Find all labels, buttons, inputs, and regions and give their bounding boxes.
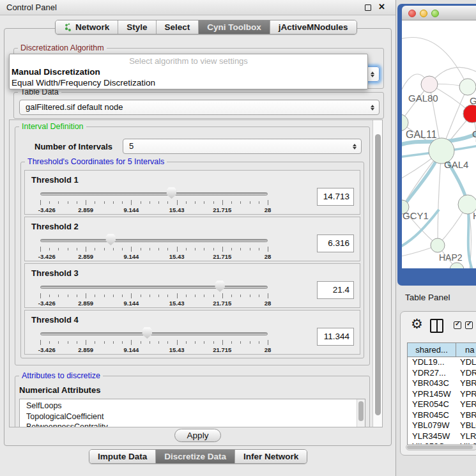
threshold-slider[interactable]: -3.4262.8599.14415.4321.71528: [40, 327, 268, 353]
table-toolbar: ⚙: [401, 312, 476, 340]
threshold-panel: Threshold 3 -3.4262.8599.14415.4321.7152…: [24, 263, 360, 308]
tab-label: Network: [75, 22, 109, 32]
node-label-gal4: GAL4: [444, 159, 468, 170]
network-canvas[interactable]: GAL80GACGAL11GAL4GCY1HHAP2: [402, 20, 476, 268]
table-row[interactable]: YBR043CYBR0: [408, 378, 476, 389]
threshold-label: Threshold 4: [31, 315, 79, 325]
attributes-listbox[interactable]: SelfLoopsTopologicalCoefficientBetweenne…: [19, 399, 365, 427]
slider-handle[interactable]: [166, 187, 176, 199]
attribute-item[interactable]: BetweennessCentrality: [26, 422, 365, 427]
threshold-value-field[interactable]: 6.316: [317, 234, 354, 252]
threshold-value-field[interactable]: 14.713: [317, 188, 354, 206]
mac-minimize-icon[interactable]: [420, 10, 427, 17]
group-title: Threshold's Coordinates for 5 Intervals: [25, 157, 167, 166]
attribute-item[interactable]: SelfLoops: [26, 401, 365, 411]
slider-track[interactable]: [40, 286, 268, 289]
slider-ticks: [40, 200, 268, 206]
settings-scrollbar[interactable]: [372, 120, 382, 427]
tab-label: Cyni Toolbox: [207, 22, 261, 32]
network-edge[interactable]: [438, 151, 441, 245]
popup-option[interactable]: Manual Discretization: [10, 66, 367, 77]
tab-label: Discretize Data: [164, 452, 226, 461]
node-label-gal11: GAL11: [406, 129, 437, 140]
tab-style[interactable]: Style: [118, 20, 156, 34]
slider-ticks: [40, 293, 268, 299]
table-row[interactable]: YDL19...YDL1: [408, 357, 476, 368]
tab-jactivemnodules[interactable]: jActiveMNodules: [270, 20, 357, 34]
algorithm-popup: Select algorithm to view settings Manual…: [9, 54, 368, 89]
tab-label: Infer Network: [243, 452, 298, 461]
panel-title: Control Panel: [6, 3, 57, 12]
bottom-tab-bar: Impute DataDiscretize DataInfer Network: [89, 449, 307, 464]
table-row[interactable]: YBR045CYBR0: [408, 410, 476, 421]
threshold-label: Threshold 3: [31, 268, 79, 278]
split-column-icon[interactable]: [430, 319, 443, 333]
table-row[interactable]: YBL079WYBL0: [408, 420, 476, 431]
table-data-combobox[interactable]: galFiltered.sif default node: [19, 100, 380, 115]
slider-tick-labels: -3.4262.8599.14415.4321.71528: [40, 346, 268, 353]
node-hap2[interactable]: [431, 238, 445, 252]
apply-button[interactable]: Apply: [174, 429, 222, 442]
table-row[interactable]: YDR27...YDR2: [408, 368, 476, 379]
close-icon[interactable]: ✕: [378, 2, 385, 12]
threshold-label: Threshold 2: [31, 222, 79, 231]
checkbox-icon[interactable]: [465, 321, 473, 329]
table-row[interactable]: YPR145WYPR1: [408, 389, 476, 400]
number-of-intervals-combobox[interactable]: 5: [123, 139, 362, 154]
node-label-c: C: [472, 128, 476, 139]
mac-close-icon[interactable]: [408, 10, 416, 17]
popup-option[interactable]: Equal Width/Frequency Discretization: [10, 77, 367, 88]
column-header[interactable]: shared...: [408, 343, 456, 357]
control-panel: Control Panel ✕ NetworkStyleSelectCyni T…: [0, 0, 396, 476]
threshold-panel: Threshold 2 -3.4262.8599.14415.4321.7152…: [24, 217, 360, 261]
gear-icon[interactable]: ⚙: [411, 316, 423, 332]
table-data-value: galFiltered.sif default node: [26, 102, 123, 112]
node-table: shared... na YDL19...YDL1YDR27...YDR2YBR…: [407, 342, 476, 445]
slider-track[interactable]: [40, 239, 268, 242]
column-header[interactable]: na: [456, 343, 476, 357]
table-panel: ⚙ shared... na YDL19...YDL1YDR27...YDR2Y…: [400, 311, 476, 456]
threshold-value-field[interactable]: 21.4: [317, 281, 354, 299]
slider-tick-labels: -3.4262.8599.14415.4321.71528: [40, 206, 268, 213]
slider-tick-labels: -3.4262.8599.14415.4321.71528: [40, 253, 268, 260]
tab-label: jActiveMNodules: [279, 22, 348, 32]
attributes-group: Attributes to discretize Numerical Attri…: [15, 376, 370, 427]
table-row[interactable]: YLR345WYLR3: [408, 431, 476, 442]
tab-infer-network[interactable]: Infer Network: [235, 450, 307, 463]
tab-cyni-toolbox[interactable]: Cyni Toolbox: [199, 20, 270, 34]
slider-handle[interactable]: [215, 280, 225, 292]
slider-track[interactable]: [40, 332, 268, 335]
mac-zoom-icon[interactable]: [431, 10, 439, 17]
stepper-icon: [351, 139, 358, 153]
top-tab-bar: NetworkStyleSelectCyni ToolboxjActiveMNo…: [55, 20, 357, 35]
group-title: Attributes to discretize: [19, 371, 103, 380]
table-horizontal-scrollbar[interactable]: [406, 444, 476, 450]
control-panel-titlebar: Control Panel ✕: [0, 0, 395, 15]
tab-network[interactable]: Network: [56, 20, 118, 34]
slider-handle[interactable]: [105, 234, 116, 245]
node-pink[interactable]: [421, 76, 438, 93]
tab-discretize-data[interactable]: Discretize Data: [156, 450, 235, 463]
attribute-item[interactable]: TopologicalCoefficient: [26, 411, 365, 422]
threshold-slider[interactable]: -3.4262.8599.14415.4321.71528: [40, 280, 268, 306]
table-row[interactable]: YER054CYER0: [408, 399, 476, 410]
popup-placeholder: Select algorithm to view settings: [10, 56, 367, 66]
tab-select[interactable]: Select: [157, 20, 199, 34]
threshold-value-field[interactable]: 11.344: [317, 328, 354, 346]
node-label-gcy1: GCY1: [403, 210, 429, 221]
slider-track[interactable]: [40, 192, 268, 196]
interval-definition-group: Interval Definition Number of Intervals …: [15, 127, 370, 365]
settings-scroll-area: Interval Definition Number of Intervals …: [9, 119, 383, 427]
float-icon[interactable]: [365, 4, 371, 11]
threshold-slider[interactable]: -3.4262.8599.14415.4321.71528: [40, 234, 268, 259]
threshold-coordinates-group: Threshold's Coordinates for 5 Intervals …: [20, 162, 364, 358]
numerical-attributes-heading: Numerical Attributes: [19, 385, 369, 395]
node-top-green[interactable]: [459, 79, 476, 95]
network-icon: [64, 23, 72, 32]
threshold-slider[interactable]: -3.4262.8599.14415.4321.71528: [40, 187, 268, 213]
checkbox-icon[interactable]: [454, 321, 461, 329]
slider-handle[interactable]: [142, 327, 152, 339]
list-scrollbar[interactable]: [357, 399, 365, 427]
tab-impute-data[interactable]: Impute Data: [89, 450, 156, 463]
network-window-titlebar: [402, 6, 476, 20]
